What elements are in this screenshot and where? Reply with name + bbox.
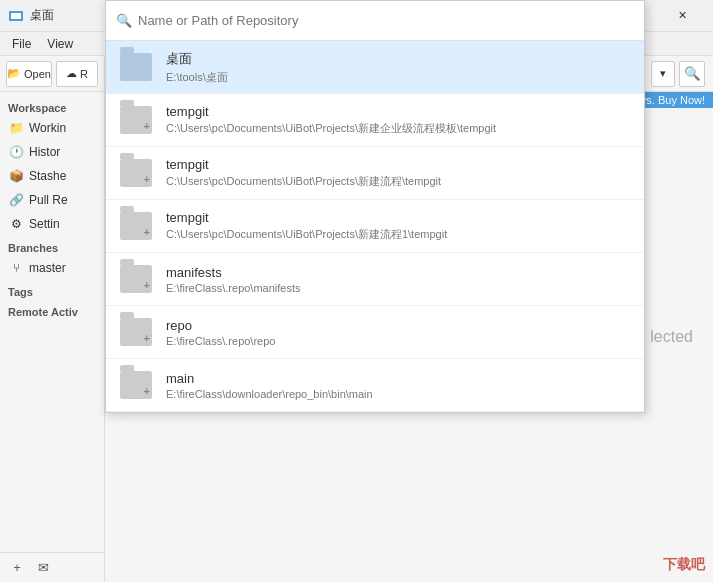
plus-icon: + [144, 280, 150, 291]
list-item[interactable]: + repo E:\fireClass\.repo\repo [106, 306, 644, 359]
item-text: tempgit C:\Users\pc\Documents\UiBot\Proj… [166, 157, 441, 189]
item-name: tempgit [166, 104, 496, 119]
list-item[interactable]: + tempgit C:\Users\pc\Documents\UiBot\Pr… [106, 147, 644, 200]
item-text: 桌面 E:\tools\桌面 [166, 50, 228, 85]
folder-icon-container [118, 49, 154, 85]
item-path: E:\fireClass\downloader\repo_bin\bin\mai… [166, 388, 373, 400]
folder-icon-container: + [118, 367, 154, 403]
item-name: 桌面 [166, 50, 228, 68]
dialog-overlay: 🔍 桌面 E:\tools\桌面 [0, 0, 713, 582]
item-name: tempgit [166, 157, 441, 172]
dialog-list: 桌面 E:\tools\桌面 + tempgit C:\Users\pc\Doc… [106, 41, 644, 412]
item-text: repo E:\fireClass\.repo\repo [166, 318, 275, 347]
plus-icon: + [144, 333, 150, 344]
item-path: E:\fireClass\.repo\repo [166, 335, 275, 347]
search-input[interactable] [138, 13, 634, 28]
folder-icon [120, 53, 152, 81]
plus-icon: + [144, 121, 150, 132]
folder-icon-gray: + [120, 371, 152, 399]
folder-icon-container: + [118, 314, 154, 350]
repository-picker-dialog: 🔍 桌面 E:\tools\桌面 [105, 0, 645, 413]
folder-icon-container: + [118, 155, 154, 191]
watermark: 下载吧 [663, 556, 705, 574]
item-path: E:\fireClass\.repo\manifests [166, 282, 301, 294]
item-text: manifests E:\fireClass\.repo\manifests [166, 265, 301, 294]
folder-icon-gray: + [120, 159, 152, 187]
folder-icon-container: + [118, 102, 154, 138]
dialog-search-icon: 🔍 [116, 13, 132, 28]
item-text: tempgit C:\Users\pc\Documents\UiBot\Proj… [166, 210, 447, 242]
list-item[interactable]: + tempgit C:\Users\pc\Documents\UiBot\Pr… [106, 94, 644, 147]
item-name: main [166, 371, 373, 386]
item-path: C:\Users\pc\Documents\UiBot\Projects\新建流… [166, 174, 441, 189]
item-name: manifests [166, 265, 301, 280]
app-window: 桌面 — □ ✕ File View 📂 Open ☁ R [0, 0, 713, 582]
item-name: tempgit [166, 210, 447, 225]
folder-icon-container: + [118, 208, 154, 244]
folder-icon-gray: + [120, 106, 152, 134]
plus-icon: + [144, 174, 150, 185]
item-text: tempgit C:\Users\pc\Documents\UiBot\Proj… [166, 104, 496, 136]
folder-icon-gray: + [120, 212, 152, 240]
dialog-search-bar: 🔍 [106, 1, 644, 41]
folder-icon-gray: + [120, 265, 152, 293]
list-item[interactable]: + tempgit C:\Users\pc\Documents\UiBot\Pr… [106, 200, 644, 253]
folder-icon-gray: + [120, 318, 152, 346]
item-path: C:\Users\pc\Documents\UiBot\Projects\新建流… [166, 227, 447, 242]
list-item[interactable]: + manifests E:\fireClass\.repo\manifests [106, 253, 644, 306]
item-text: main E:\fireClass\downloader\repo_bin\bi… [166, 371, 373, 400]
list-item[interactable]: + main E:\fireClass\downloader\repo_bin\… [106, 359, 644, 412]
item-name: repo [166, 318, 275, 333]
folder-icon-container: + [118, 261, 154, 297]
plus-icon: + [144, 227, 150, 238]
item-path: E:\tools\桌面 [166, 70, 228, 85]
list-item[interactable]: 桌面 E:\tools\桌面 [106, 41, 644, 94]
plus-icon: + [144, 386, 150, 397]
item-path: C:\Users\pc\Documents\UiBot\Projects\新建企… [166, 121, 496, 136]
